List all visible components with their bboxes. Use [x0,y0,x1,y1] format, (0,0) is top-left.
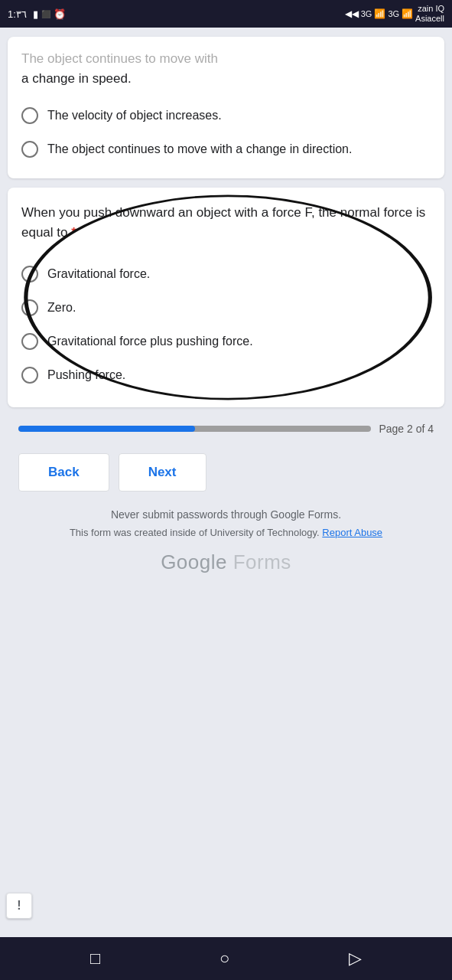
status-bar: 1:٣٦ ▮ ⬛ ⏰ ◀◀ 3G 📶 3G 📶 zain IQ Asiacell [0,0,452,28]
status-right: ◀◀ 3G 📶 3G 📶 zain IQ Asiacell [345,4,444,24]
next-button[interactable]: Next [119,453,206,492]
nav-bar: □ ○ ▷ [0,937,452,980]
back-button[interactable]: Back [18,453,109,492]
radio-pushing[interactable] [21,367,38,384]
status-left: 1:٣٦ ▮ ⬛ ⏰ [8,8,66,20]
option-label-zero: Zero. [47,299,431,317]
main-content: The object continues to move with a chan… [0,28,452,937]
required-star: * [71,225,76,240]
network-3g-2: 3G [388,9,399,18]
google-forms-text: Google Forms [161,550,291,574]
battery-icon: ▮ [33,8,38,20]
clock-icon: ⏰ [54,8,66,20]
question-text: When you push downward an object with a … [21,203,431,242]
option-label-gravitational: Gravitational force. [47,265,431,283]
radio-grav-plus[interactable] [21,333,38,350]
option-label-velocity: The velocity of object increases. [47,106,431,125]
signal-icon: ⬛ [41,10,50,18]
option-label-grav-plus: Gravitational force plus pushing force. [47,332,431,351]
time-display: 1:٣٦ [8,8,27,20]
created-by: This form was created inside of Universi… [15,527,437,538]
question-card: When you push downward an object with a … [8,188,444,407]
nav-triangle-icon[interactable]: ▷ [349,949,362,969]
google-text: Google [161,550,227,573]
signal-bars-2: 📶 [402,8,413,19]
option-row-grav-plus[interactable]: Gravitational force plus pushing force. [21,325,431,358]
security-note: Never submit passwords through Google Fo… [15,508,437,521]
carrier-name: zain IQ Asiacell [415,4,444,24]
partial-text-2: a change in speed. [21,71,132,86]
option-row-zero[interactable]: Zero. [21,291,431,325]
progress-bar-container [18,426,371,432]
partial-question-text: The object continues to move with a chan… [21,49,431,88]
feedback-button[interactable]: ! [6,893,32,919]
radio-gravitational[interactable] [21,266,38,283]
signal-bars-1: 📶 [374,8,385,19]
partial-question-card: The object continues to move with a chan… [8,37,444,178]
radio-velocity[interactable] [21,107,38,124]
option-row-direction: The object continues to move with a chan… [21,132,431,166]
progress-label: Page 2 of 4 [379,423,434,435]
forms-text: Forms [233,550,291,573]
nav-square-icon[interactable]: □ [90,949,100,969]
option-row-pushing[interactable]: Pushing force. [21,358,431,392]
radio-direction[interactable] [21,141,38,158]
google-forms-logo: Google Forms [15,550,437,574]
progress-section: Page 2 of 4 [8,416,444,441]
option-row-velocity: The velocity of object increases. [21,99,431,132]
nav-circle-icon[interactable]: ○ [219,949,229,969]
option-label-pushing: Pushing force. [47,366,431,384]
nav-arrows: ◀◀ [345,8,359,19]
report-abuse-link[interactable]: Report Abuse [322,527,382,538]
option-label-direction: The object continues to move with a chan… [47,140,431,158]
network-3g-1: 3G [361,9,372,18]
progress-bar-fill [18,426,195,432]
option-row-gravitational[interactable]: Gravitational force. [21,257,431,291]
radio-zero[interactable] [21,299,38,316]
nav-buttons-container: Back Next [8,446,444,499]
footer-section: Never submit passwords through Google Fo… [0,499,452,580]
